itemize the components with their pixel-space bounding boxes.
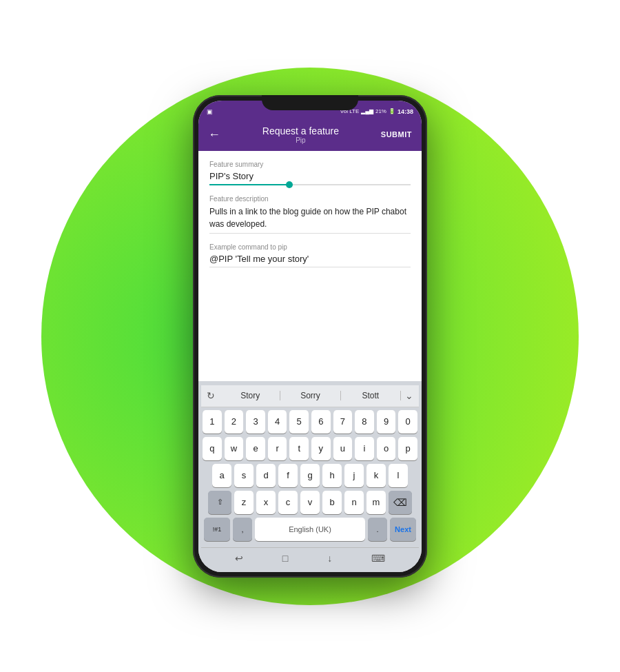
key-9[interactable]: 9 [377,410,396,434]
feature-description-value: Pulls in a link to the blog guide on how… [209,205,411,233]
key-n[interactable]: n [344,491,364,514]
period-key[interactable]: . [368,518,387,541]
refresh-icon: ↻ [207,390,215,401]
key-1[interactable]: 1 [203,410,222,434]
next-key[interactable]: Next [390,518,416,541]
space-row: !#1 , English (UK) . Next [203,518,417,541]
status-left: ▣ [207,108,214,115]
feature-description-field[interactable]: Feature description Pulls in a link to t… [209,195,411,234]
expand-icon[interactable]: ⌄ [405,390,413,401]
form-area: Feature summary PIP's Story Feature desc… [198,151,422,381]
key-j[interactable]: j [344,464,364,487]
key-t[interactable]: t [289,437,309,460]
phone-mockup: ▣ Vol LTE ▂▄▆ 21% 🔋 14:38 ← Request a fe… [193,95,427,578]
key-a[interactable]: a [212,464,231,487]
nav-keyboard-icon[interactable]: ⌨ [371,553,385,564]
shift-key[interactable]: ⇧ [208,491,231,514]
zxcv-row: ⇧ z x c v b n m ⌫ [203,491,417,514]
symbols-key[interactable]: !#1 [204,518,230,541]
key-p[interactable]: p [398,437,417,460]
key-2[interactable]: 2 [225,410,244,434]
key-k[interactable]: k [366,464,386,487]
feature-summary-field[interactable]: Feature summary PIP's Story [209,161,411,185]
example-command-field[interactable]: Example command to pip @PIP 'Tell me you… [209,243,411,267]
suggestion-2[interactable]: Sorry [280,391,340,400]
key-x[interactable]: x [256,491,276,514]
feature-summary-underline [209,184,411,185]
nav-home-icon[interactable]: □ [282,553,288,564]
example-command-underline [209,267,411,267]
feature-description-label: Feature description [209,195,411,203]
comma-key[interactable]: , [233,518,252,541]
header-title-area: Request a feature Pip [220,125,381,144]
key-c[interactable]: c [278,491,298,514]
feature-summary-label: Feature summary [209,161,411,168]
time-display: 14:38 [397,108,413,115]
feature-description-underline [209,233,411,234]
key-m[interactable]: m [366,491,386,514]
number-row: 1 2 3 4 5 6 7 8 9 0 [203,410,417,434]
key-3[interactable]: 3 [246,410,265,434]
key-z[interactable]: z [234,491,254,514]
qwerty-row: q w e r t y u i o p [203,437,417,460]
key-u[interactable]: u [333,437,353,460]
suggestion-3[interactable]: Stott [341,391,401,400]
example-command-value: @PIP 'Tell me your story' [209,254,411,267]
key-h[interactable]: h [322,464,342,487]
key-w[interactable]: w [225,437,244,460]
key-5[interactable]: 5 [289,410,309,434]
key-i[interactable]: i [355,437,374,460]
key-e[interactable]: e [246,437,265,460]
back-button[interactable]: ← [208,128,220,142]
key-g[interactable]: g [300,464,320,487]
keyboard-suggestions: ↻ Story Sorry Stott ⌄ [201,385,419,407]
backspace-key[interactable]: ⌫ [389,491,412,514]
key-7[interactable]: 7 [333,410,353,434]
key-y[interactable]: y [311,437,331,460]
phone-notch [262,95,358,110]
space-key[interactable]: English (UK) [255,518,365,541]
key-8[interactable]: 8 [355,410,374,434]
keyboard: ↻ Story Sorry Stott ⌄ 1 2 3 4 5 6 [198,381,422,572]
example-command-label: Example command to pip [209,243,411,251]
header-title: Request a feature [220,125,381,136]
key-4[interactable]: 4 [268,410,287,434]
key-o[interactable]: o [377,437,396,460]
phone-screen: ▣ Vol LTE ▂▄▆ 21% 🔋 14:38 ← Request a fe… [198,101,422,572]
battery-percent: 21% [375,108,386,114]
key-r[interactable]: r [268,437,287,460]
header-subtitle: Pip [220,136,381,144]
key-q[interactable]: q [203,437,222,460]
nav-recents-icon[interactable]: ↓ [327,553,332,564]
feature-summary-value: PIP's Story [209,171,411,184]
key-f[interactable]: f [278,464,298,487]
key-6[interactable]: 6 [311,410,331,434]
key-0[interactable]: 0 [398,410,417,434]
signal-bars: ▂▄▆ [361,108,373,114]
keyboard-rows: 1 2 3 4 5 6 7 8 9 0 q w [201,407,419,547]
key-s[interactable]: s [234,464,254,487]
key-b[interactable]: b [322,491,342,514]
key-v[interactable]: v [300,491,320,514]
asdf-row: a s d f g h j k l [203,464,417,487]
battery-icon: 🔋 [389,108,395,114]
sim-icon: ▣ [207,108,213,115]
nav-back-icon[interactable]: ↩ [235,553,243,564]
text-cursor [286,181,293,188]
key-l[interactable]: l [389,464,408,487]
key-d[interactable]: d [256,464,276,487]
phone-nav-bar: ↩ □ ↓ ⌨ [201,547,419,569]
app-header: ← Request a feature Pip SUBMIT [198,120,422,151]
suggestion-1[interactable]: Story [220,391,280,400]
submit-button[interactable]: SUBMIT [381,130,412,139]
phone-body: ▣ Vol LTE ▂▄▆ 21% 🔋 14:38 ← Request a fe… [193,95,427,578]
